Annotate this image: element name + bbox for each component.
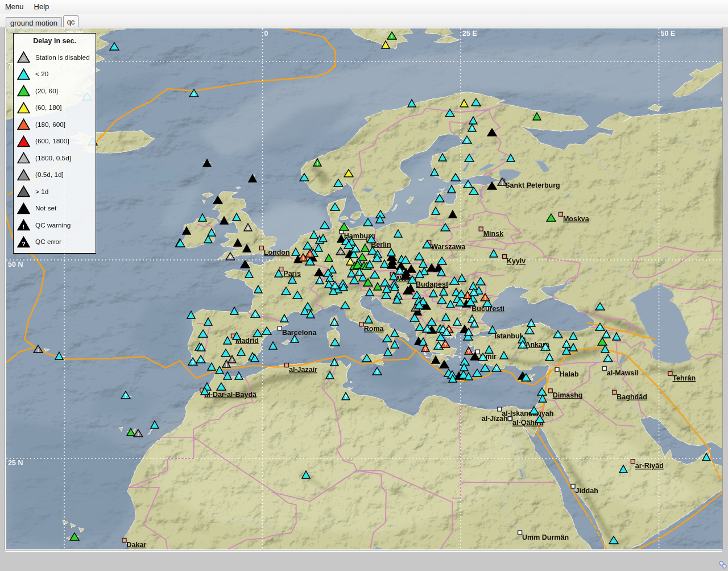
svg-text:?: ? xyxy=(398,268,402,275)
svg-text:Minsk: Minsk xyxy=(483,230,503,238)
svg-text:?: ? xyxy=(344,394,348,400)
svg-text:Moskva: Moskva xyxy=(563,215,590,223)
svg-text:!: ! xyxy=(466,292,468,299)
svg-text:×: × xyxy=(22,55,26,63)
svg-text:×: × xyxy=(246,225,250,231)
svg-text:?: ? xyxy=(283,316,286,322)
svg-text:?: ? xyxy=(473,321,476,327)
svg-text:?: ? xyxy=(445,330,448,336)
svg-text:?: ? xyxy=(200,345,203,351)
svg-text:ar-Riyâd: ar-Riyâd xyxy=(635,462,664,470)
svg-text:!: ! xyxy=(334,283,336,289)
svg-text:London: London xyxy=(264,249,290,256)
svg-text:×: × xyxy=(229,254,232,260)
svg-text:Tehrân: Tehrân xyxy=(672,374,696,382)
svg-text:?: ? xyxy=(318,278,321,284)
svg-text:Warszawa: Warszawa xyxy=(431,243,466,251)
svg-text:?: ? xyxy=(467,330,470,336)
svg-text:50 N: 50 N xyxy=(8,260,23,268)
svg-text:al-Mawsil: al-Mawsil xyxy=(607,369,639,377)
svg-text:?: ? xyxy=(456,320,459,326)
svg-text:!: ! xyxy=(293,337,295,343)
svg-text:!: ! xyxy=(391,33,392,39)
svg-text:?: ? xyxy=(333,320,336,326)
svg-text:Barcelona: Barcelona xyxy=(282,329,317,337)
svg-text:0: 0 xyxy=(264,30,268,38)
svg-text:?: ? xyxy=(528,328,531,334)
svg-text:?: ? xyxy=(544,345,547,351)
svg-text:?: ? xyxy=(191,359,195,366)
svg-text:!: ! xyxy=(231,357,233,363)
svg-text:?: ? xyxy=(548,355,551,361)
svg-text:!: ! xyxy=(333,359,335,366)
svg-text:?: ? xyxy=(354,246,357,252)
svg-text:al-Dar-al-Baydâ: al-Dar-al-Baydâ xyxy=(204,391,257,399)
svg-text:?: ? xyxy=(481,355,485,361)
svg-text:!: ! xyxy=(426,326,428,333)
svg-text:Istanbul: Istanbul xyxy=(494,332,522,340)
svg-text:!: ! xyxy=(309,251,311,258)
svg-text:Jiddah: Jiddah xyxy=(576,487,598,495)
svg-text:!: ! xyxy=(376,369,378,375)
svg-text:?: ? xyxy=(521,342,524,349)
svg-text:?: ? xyxy=(424,346,427,352)
svg-text:!: ! xyxy=(23,224,24,230)
svg-text:Budapest: Budapest xyxy=(416,280,449,288)
svg-text:Roma: Roma xyxy=(364,325,384,333)
svg-text:?: ? xyxy=(565,341,568,347)
svg-text:?: ? xyxy=(444,341,447,347)
svg-text:?: ? xyxy=(466,182,470,188)
svg-text:Dakar: Dakar xyxy=(127,541,147,549)
svg-text:!: ! xyxy=(466,138,468,144)
svg-text:!: ! xyxy=(484,295,486,301)
svg-text:25 E: 25 E xyxy=(462,30,477,38)
svg-text:!: ! xyxy=(302,255,304,261)
svg-text:?: ? xyxy=(556,332,560,338)
svg-text:25 N: 25 N xyxy=(8,459,23,467)
svg-text:?: ? xyxy=(192,91,196,97)
svg-text:?: ? xyxy=(530,321,533,327)
svg-text:!: ! xyxy=(137,431,139,437)
svg-text:!: ! xyxy=(316,160,318,167)
svg-text:?: ? xyxy=(467,348,470,354)
svg-text:Kyyiv: Kyyiv xyxy=(507,257,526,265)
svg-text:?: ? xyxy=(472,290,475,296)
svg-text:Halab: Halab xyxy=(560,370,579,378)
svg-text:!: ! xyxy=(358,270,360,276)
svg-text:?: ? xyxy=(605,332,608,338)
svg-text:?: ? xyxy=(199,357,202,363)
svg-text:Umm Durmân: Umm Durmân xyxy=(522,533,569,541)
svg-text:?: ? xyxy=(349,259,352,266)
svg-text:50 E: 50 E xyxy=(661,30,676,38)
svg-text:!: ! xyxy=(329,373,330,379)
svg-text:?: ? xyxy=(437,344,440,350)
svg-text:!: ! xyxy=(471,125,473,131)
svg-text:!: ! xyxy=(501,180,503,186)
svg-text:?: ? xyxy=(22,241,25,247)
svg-text:?: ? xyxy=(606,356,610,362)
svg-text:al-Jazair: al-Jazair xyxy=(289,366,317,374)
svg-text:Baghdâd: Baghdâd xyxy=(617,393,647,401)
svg-text:?: ? xyxy=(495,365,498,371)
svg-text:?: ? xyxy=(237,373,241,379)
svg-text:?: ? xyxy=(598,324,602,330)
svg-text:Sankt Peterburg: Sankt Peterburg xyxy=(505,181,560,189)
svg-text:?: ? xyxy=(339,249,342,255)
svg-text:!: ! xyxy=(37,347,39,353)
svg-text:?: ? xyxy=(124,392,127,399)
svg-text:!: ! xyxy=(225,362,227,368)
svg-text:?: ? xyxy=(254,312,257,318)
svg-text:Dimashq: Dimashq xyxy=(553,391,583,399)
svg-text:al-Jîzah: al-Jîzah xyxy=(482,415,508,423)
